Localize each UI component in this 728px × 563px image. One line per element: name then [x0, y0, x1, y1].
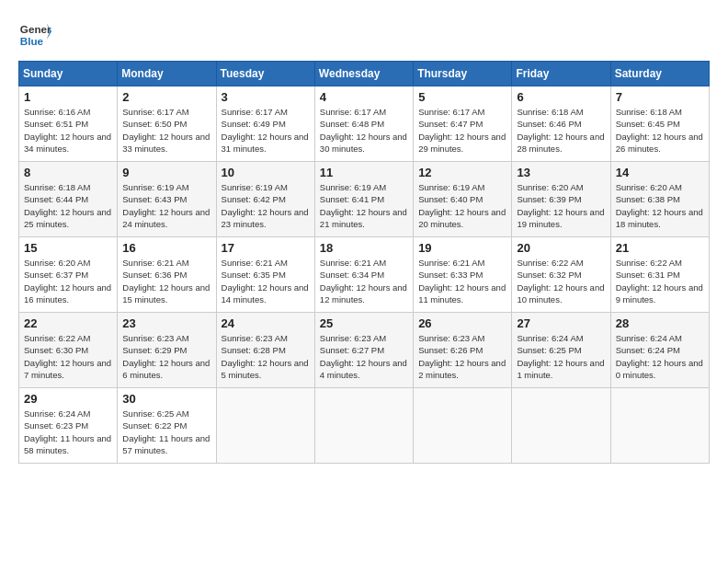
day-detail: Sunrise: 6:20 AMSunset: 6:39 PMDaylight:…	[517, 182, 604, 229]
day-detail: Sunrise: 6:23 AMSunset: 6:29 PMDaylight:…	[122, 333, 210, 380]
calendar-week-1: 1 Sunrise: 6:16 AMSunset: 6:51 PMDayligh…	[19, 86, 710, 162]
day-detail: Sunrise: 6:19 AMSunset: 6:41 PMDaylight:…	[320, 182, 407, 229]
calendar-cell: 2 Sunrise: 6:17 AMSunset: 6:50 PMDayligh…	[118, 86, 216, 162]
day-detail: Sunrise: 6:21 AMSunset: 6:35 PMDaylight:…	[222, 258, 309, 304]
day-header-thursday: Thursday	[414, 62, 512, 86]
calendar-cell: 30 Sunrise: 6:25 AMSunset: 6:22 PMDaylig…	[118, 388, 216, 464]
calendar-cell: 7 Sunrise: 6:18 AMSunset: 6:45 PMDayligh…	[610, 86, 709, 162]
calendar-cell: 18 Sunrise: 6:21 AMSunset: 6:34 PMDaylig…	[314, 237, 413, 313]
day-detail: Sunrise: 6:19 AMSunset: 6:42 PMDaylight:…	[222, 182, 309, 229]
day-detail: Sunrise: 6:19 AMSunset: 6:43 PMDaylight:…	[122, 182, 210, 229]
calendar-cell: 29 Sunrise: 6:24 AMSunset: 6:23 PMDaylig…	[19, 388, 118, 464]
day-header-wednesday: Wednesday	[314, 62, 413, 86]
day-detail: Sunrise: 6:24 AMSunset: 6:24 PMDaylight:…	[616, 333, 703, 380]
day-detail: Sunrise: 6:23 AMSunset: 6:26 PMDaylight:…	[418, 333, 506, 380]
day-number: 13	[517, 166, 605, 179]
day-detail: Sunrise: 6:18 AMSunset: 6:45 PMDaylight:…	[616, 107, 703, 154]
day-detail: Sunrise: 6:19 AMSunset: 6:40 PMDaylight:…	[418, 182, 506, 229]
calendar-week-2: 8 Sunrise: 6:18 AMSunset: 6:44 PMDayligh…	[19, 162, 710, 237]
calendar-cell: 27 Sunrise: 6:24 AMSunset: 6:25 PMDaylig…	[512, 313, 610, 388]
calendar-cell: 10 Sunrise: 6:19 AMSunset: 6:42 PMDaylig…	[216, 162, 314, 237]
day-number: 24	[222, 316, 310, 330]
calendar-cell: 4 Sunrise: 6:17 AMSunset: 6:48 PMDayligh…	[314, 86, 413, 162]
svg-text:Blue: Blue	[20, 35, 44, 47]
day-detail: Sunrise: 6:21 AMSunset: 6:34 PMDaylight:…	[320, 258, 407, 304]
calendar-week-5: 29 Sunrise: 6:24 AMSunset: 6:23 PMDaylig…	[19, 388, 710, 464]
calendar-cell: 19 Sunrise: 6:21 AMSunset: 6:33 PMDaylig…	[414, 237, 512, 313]
calendar-cell: 11 Sunrise: 6:19 AMSunset: 6:41 PMDaylig…	[314, 162, 413, 237]
calendar-cell: 1 Sunrise: 6:16 AMSunset: 6:51 PMDayligh…	[19, 86, 118, 162]
day-detail: Sunrise: 6:17 AMSunset: 6:48 PMDaylight:…	[320, 107, 407, 154]
day-detail: Sunrise: 6:20 AMSunset: 6:37 PMDaylight:…	[24, 258, 111, 304]
calendar-cell: 12 Sunrise: 6:19 AMSunset: 6:40 PMDaylig…	[414, 162, 512, 237]
day-detail: Sunrise: 6:25 AMSunset: 6:22 PMDaylight:…	[122, 408, 210, 455]
day-number: 5	[418, 90, 506, 104]
calendar-cell: 23 Sunrise: 6:23 AMSunset: 6:29 PMDaylig…	[118, 313, 216, 388]
calendar-cell: 22 Sunrise: 6:22 AMSunset: 6:30 PMDaylig…	[19, 313, 118, 388]
day-header-monday: Monday	[118, 62, 216, 86]
day-number: 1	[24, 90, 112, 104]
day-number: 25	[320, 316, 408, 330]
calendar-week-3: 15 Sunrise: 6:20 AMSunset: 6:37 PMDaylig…	[19, 237, 710, 313]
day-detail: Sunrise: 6:23 AMSunset: 6:27 PMDaylight:…	[320, 333, 407, 380]
day-header-sunday: Sunday	[19, 62, 118, 86]
day-number: 19	[418, 241, 506, 255]
day-number: 11	[320, 166, 408, 179]
calendar-cell: 24 Sunrise: 6:23 AMSunset: 6:28 PMDaylig…	[216, 313, 314, 388]
day-number: 29	[24, 392, 112, 406]
day-number: 9	[122, 166, 210, 179]
day-number: 8	[24, 166, 112, 179]
day-number: 15	[24, 241, 112, 255]
day-number: 22	[24, 316, 112, 330]
day-number: 28	[616, 316, 704, 330]
calendar-header-row: SundayMondayTuesdayWednesdayThursdayFrid…	[19, 62, 710, 86]
calendar-cell: 8 Sunrise: 6:18 AMSunset: 6:44 PMDayligh…	[19, 162, 118, 237]
day-number: 6	[517, 90, 605, 104]
calendar-cell: 5 Sunrise: 6:17 AMSunset: 6:47 PMDayligh…	[414, 86, 512, 162]
day-detail: Sunrise: 6:22 AMSunset: 6:30 PMDaylight:…	[24, 333, 111, 380]
svg-text:General: General	[20, 23, 51, 35]
calendar-cell	[610, 388, 709, 464]
calendar-cell: 20 Sunrise: 6:22 AMSunset: 6:32 PMDaylig…	[512, 237, 610, 313]
calendar-cell	[216, 388, 314, 464]
day-detail: Sunrise: 6:18 AMSunset: 6:44 PMDaylight:…	[24, 182, 111, 229]
day-number: 3	[222, 90, 310, 104]
day-number: 21	[616, 241, 704, 255]
calendar-cell: 6 Sunrise: 6:18 AMSunset: 6:46 PMDayligh…	[512, 86, 610, 162]
calendar-cell: 16 Sunrise: 6:21 AMSunset: 6:36 PMDaylig…	[118, 237, 216, 313]
calendar-table: SundayMondayTuesdayWednesdayThursdayFrid…	[18, 61, 710, 464]
day-detail: Sunrise: 6:23 AMSunset: 6:28 PMDaylight:…	[222, 333, 309, 380]
calendar-cell	[414, 388, 512, 464]
calendar-cell	[314, 388, 413, 464]
day-number: 12	[418, 166, 506, 179]
calendar-cell: 25 Sunrise: 6:23 AMSunset: 6:27 PMDaylig…	[314, 313, 413, 388]
day-detail: Sunrise: 6:21 AMSunset: 6:33 PMDaylight:…	[418, 258, 506, 304]
calendar-cell: 21 Sunrise: 6:22 AMSunset: 6:31 PMDaylig…	[610, 237, 709, 313]
day-number: 20	[517, 241, 605, 255]
day-number: 14	[616, 166, 704, 179]
calendar-cell: 26 Sunrise: 6:23 AMSunset: 6:26 PMDaylig…	[414, 313, 512, 388]
day-detail: Sunrise: 6:20 AMSunset: 6:38 PMDaylight:…	[616, 182, 703, 229]
calendar-cell: 14 Sunrise: 6:20 AMSunset: 6:38 PMDaylig…	[610, 162, 709, 237]
day-number: 30	[122, 392, 210, 406]
logo-icon: General Blue	[18, 17, 51, 50]
calendar-cell	[512, 388, 610, 464]
day-detail: Sunrise: 6:16 AMSunset: 6:51 PMDaylight:…	[24, 107, 111, 154]
header: General Blue	[18, 17, 710, 50]
day-number: 7	[616, 90, 704, 104]
calendar-cell: 28 Sunrise: 6:24 AMSunset: 6:24 PMDaylig…	[610, 313, 709, 388]
day-detail: Sunrise: 6:17 AMSunset: 6:47 PMDaylight:…	[418, 107, 506, 154]
calendar-cell: 3 Sunrise: 6:17 AMSunset: 6:49 PMDayligh…	[216, 86, 314, 162]
day-number: 26	[418, 316, 506, 330]
day-detail: Sunrise: 6:18 AMSunset: 6:46 PMDaylight:…	[517, 107, 604, 154]
day-number: 27	[517, 316, 605, 330]
day-number: 18	[320, 241, 408, 255]
calendar-week-4: 22 Sunrise: 6:22 AMSunset: 6:30 PMDaylig…	[19, 313, 710, 388]
day-detail: Sunrise: 6:21 AMSunset: 6:36 PMDaylight:…	[122, 258, 210, 304]
day-detail: Sunrise: 6:22 AMSunset: 6:32 PMDaylight:…	[517, 258, 604, 304]
day-detail: Sunrise: 6:17 AMSunset: 6:49 PMDaylight:…	[222, 107, 309, 154]
day-number: 10	[222, 166, 310, 179]
day-number: 17	[222, 241, 310, 255]
logo: General Blue	[18, 17, 51, 50]
page-container: General Blue SundayMondayTuesdayWednesda…	[0, 0, 728, 473]
